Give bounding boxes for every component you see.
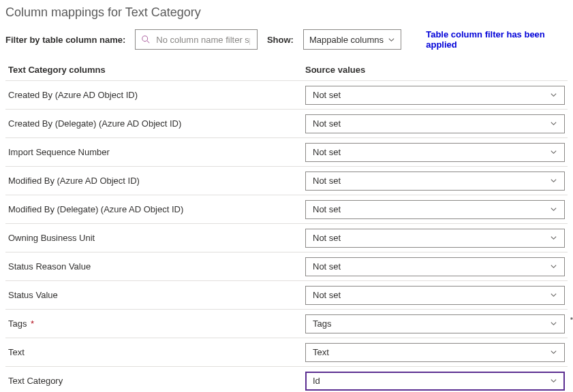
source-value-cell: Not set — [305, 172, 568, 191]
header-left: Text Category columns — [5, 65, 305, 75]
dropdown-value: Not set — [313, 176, 341, 186]
chevron-down-icon — [550, 377, 557, 385]
source-value-cell: Not set — [305, 86, 568, 105]
filter-search-wrap[interactable] — [135, 29, 258, 50]
grid-row: Text CategoryId — [5, 367, 568, 392]
dropdown-value: Text — [313, 347, 329, 357]
show-label: Show: — [267, 35, 294, 45]
column-label: Created By (Azure AD Object ID) — [5, 90, 305, 100]
dropdown-value: Not set — [313, 233, 341, 243]
dropdown-value: Id — [313, 376, 320, 386]
filter-search-input[interactable] — [155, 34, 251, 46]
chevron-down-icon — [550, 206, 557, 213]
dropdown-value: Not set — [313, 118, 341, 129]
chevron-down-icon — [550, 148, 557, 156]
grid-header: Text Category columns Source values — [5, 65, 568, 81]
source-value-cell: Id — [305, 372, 568, 391]
chevron-down-icon — [550, 320, 557, 327]
source-value-cell: Tags* — [305, 314, 568, 333]
grid-row: Status ValueNot set — [5, 281, 568, 310]
grid-row: Tags *Tags* — [5, 310, 568, 338]
chevron-down-icon — [388, 36, 395, 44]
filter-label: Filter by table column name: — [5, 35, 125, 45]
dropdown-value: Not set — [313, 290, 341, 300]
required-indicator: * — [28, 318, 34, 329]
grid-row: TextText — [5, 338, 568, 367]
source-value-cell: Not set — [305, 200, 568, 219]
source-value-dropdown[interactable]: Not set — [305, 257, 565, 276]
chevron-down-icon — [550, 234, 557, 242]
page-title: Column mappings for Text Category — [5, 5, 568, 20]
chevron-down-icon — [550, 348, 557, 356]
column-label: Modified By (Azure AD Object ID) — [5, 176, 305, 186]
source-value-dropdown[interactable]: Text — [305, 343, 565, 362]
grid-row: Modified By (Azure AD Object ID)Not set — [5, 167, 568, 195]
header-right: Source values — [305, 65, 568, 75]
chevron-down-icon — [550, 291, 557, 299]
column-label: Import Sequence Number — [5, 147, 305, 157]
dropdown-value: Not set — [313, 147, 341, 157]
grid-row: Created By (Delegate) (Azure AD Object I… — [5, 110, 568, 138]
grid-row: Modified By (Delegate) (Azure AD Object … — [5, 195, 568, 224]
mapping-grid: Text Category columns Source values Crea… — [5, 65, 568, 392]
grid-row: Import Sequence NumberNot set — [5, 138, 568, 167]
source-value-dropdown[interactable]: Not set — [305, 172, 565, 191]
chevron-down-icon — [550, 91, 557, 99]
source-value-cell: Not set — [305, 143, 568, 162]
source-value-dropdown[interactable]: Not set — [305, 286, 565, 305]
source-value-cell: Not set — [305, 286, 568, 305]
dropdown-value: Not set — [313, 204, 341, 214]
column-label: Created By (Delegate) (Azure AD Object I… — [5, 118, 305, 129]
column-label: Status Reason Value — [5, 261, 305, 272]
source-value-dropdown[interactable]: Not set — [305, 114, 565, 133]
dropdown-value: Not set — [313, 261, 341, 272]
chevron-down-icon — [550, 263, 557, 270]
svg-line-1 — [147, 41, 150, 44]
source-value-cell: Not set — [305, 229, 568, 248]
source-value-dropdown[interactable]: Tags — [305, 314, 565, 333]
grid-row: Created By (Azure AD Object ID)Not set — [5, 81, 568, 110]
required-indicator: * — [570, 316, 573, 324]
column-label: Text — [5, 347, 305, 357]
show-dropdown-value: Mappable columns — [309, 35, 384, 45]
show-dropdown[interactable]: Mappable columns — [303, 29, 401, 50]
grid-row: Owning Business UnitNot set — [5, 224, 568, 252]
column-label: Owning Business Unit — [5, 233, 305, 243]
source-value-dropdown[interactable]: Id — [305, 372, 565, 391]
source-value-dropdown[interactable]: Not set — [305, 86, 565, 105]
chevron-down-icon — [550, 177, 557, 184]
source-value-cell: Not set — [305, 257, 568, 276]
source-value-dropdown[interactable]: Not set — [305, 143, 565, 162]
source-value-dropdown[interactable]: Not set — [305, 200, 565, 219]
filter-applied-message: Table column filter has been applied — [426, 29, 568, 50]
filter-bar: Filter by table column name: Show: Mappa… — [5, 29, 568, 50]
column-label: Text Category — [5, 376, 305, 386]
svg-point-0 — [142, 36, 148, 42]
grid-row: Status Reason ValueNot set — [5, 252, 568, 281]
chevron-down-icon — [550, 120, 557, 127]
search-icon — [141, 35, 151, 44]
source-value-cell: Not set — [305, 114, 568, 133]
dropdown-value: Not set — [313, 90, 341, 100]
source-value-dropdown[interactable]: Not set — [305, 229, 565, 248]
dropdown-value: Tags — [313, 318, 331, 329]
source-value-cell: Text — [305, 343, 568, 362]
column-label: Status Value — [5, 290, 305, 300]
column-label: Modified By (Delegate) (Azure AD Object … — [5, 204, 305, 214]
grid-body: Created By (Azure AD Object ID)Not setCr… — [5, 81, 568, 392]
page-root: Column mappings for Text Category Filter… — [0, 0, 573, 392]
column-label: Tags * — [5, 318, 305, 329]
